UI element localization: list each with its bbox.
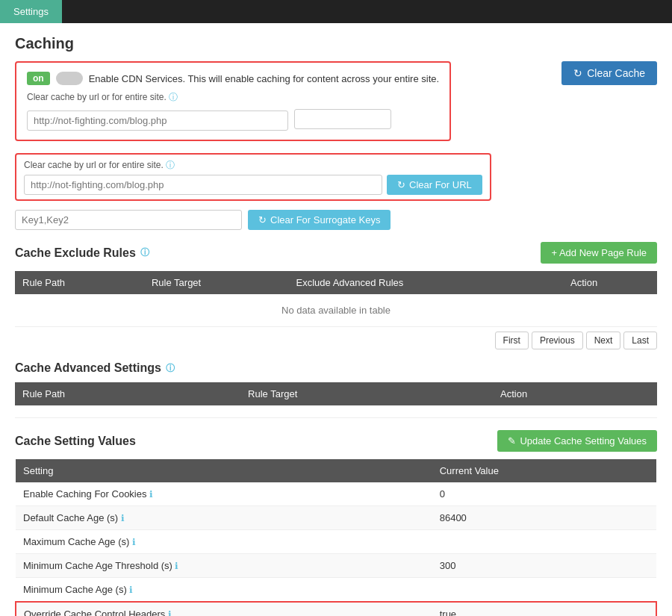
setting-info-icon[interactable]: ℹ [118, 513, 124, 523]
cdn-description: Enable CDN Services. This will enable ca… [89, 73, 439, 84]
col-action: Action [563, 271, 657, 294]
clear-cache-label: Clear Cache [587, 67, 645, 79]
add-page-rule-label: + Add New Page Rule [551, 247, 647, 258]
caching-title: Caching [15, 35, 657, 52]
toggle-slider[interactable] [56, 72, 83, 85]
update-cache-setting-btn[interactable]: ✎ Update Cache Setting Values [497, 430, 657, 452]
cache-setting-values-section: Cache Setting Values ✎ Update Cache Sett… [15, 430, 657, 616]
advanced-empty-row [15, 405, 657, 418]
settings-values-title: Cache Setting Values [15, 435, 136, 448]
surrogate-input[interactable] [15, 210, 242, 230]
cache-advanced-table: Rule Path Rule Target Action [15, 382, 657, 418]
setting-info-icon[interactable]: ℹ [129, 537, 135, 547]
setting-info-icon[interactable]: ℹ [146, 489, 152, 500]
clear-cache-url-info-icon[interactable]: ⓘ [169, 92, 178, 102]
cache-advanced-info-icon[interactable]: ⓘ [166, 362, 175, 375]
clear-cache-url-info-icon2[interactable]: ⓘ [166, 160, 175, 170]
cache-exclude-info-icon[interactable]: ⓘ [140, 246, 149, 259]
table-row: Override Cache Control Headers ℹtrue [16, 602, 656, 616]
cache-exclude-rules-table: Rule Path Rule Target Exclude Advanced R… [15, 271, 657, 327]
clear-for-url-button[interactable]: ↻ Clear For URL [387, 175, 482, 195]
cdn-toggle[interactable]: on [27, 72, 50, 85]
col-exclude-advanced: Exclude Advanced Rules [288, 271, 563, 294]
next-btn[interactable]: Next [586, 332, 621, 349]
table-row: Enable Caching For Cookies ℹ0 [16, 482, 656, 506]
setting-name: Enable Caching For Cookies ℹ [16, 482, 432, 506]
setting-value: 300 [432, 554, 656, 578]
last-btn[interactable]: Last [623, 332, 657, 349]
clear-for-url-label: Clear For URL [409, 179, 472, 190]
cache-advanced-settings-title: Cache Advanced Settings ⓘ [15, 361, 175, 375]
table-row: Default Cache Age (s) ℹ86400 [16, 506, 656, 530]
setting-info-icon[interactable]: ℹ [127, 585, 133, 595]
refresh-icon2: ↻ [397, 179, 405, 190]
clear-surrogate-label: Clear For Surrogate Keys [270, 214, 380, 225]
setting-name: Minimum Cache Age Threshold (s) ℹ [16, 554, 432, 578]
clear-cache-url-label2: Clear cache by url or for entire site. [24, 160, 164, 170]
cache-exclude-rules-header: Cache Exclude Rules ⓘ + Add New Page Rul… [15, 242, 657, 264]
setting-value: 86400 [432, 506, 656, 530]
cache-exclude-rules-title: Cache Exclude Rules ⓘ [15, 246, 149, 260]
setting-value: true [432, 602, 656, 616]
adv-col-rule-path: Rule Path [15, 382, 240, 405]
setting-info-icon[interactable]: ℹ [165, 609, 171, 616]
first-btn[interactable]: First [495, 332, 529, 349]
setting-value [432, 530, 656, 554]
clear-cache-url-label: Clear cache by url or for entire site. [27, 92, 167, 102]
table-row: Minimum Cache Age (s) ℹ [16, 578, 656, 603]
adv-col-rule-target: Rule Target [240, 382, 493, 405]
adv-col-action: Action [493, 382, 657, 405]
refresh-icon: ↻ [573, 67, 582, 79]
clear-cache-button[interactable]: ↻ Clear Cache [561, 61, 657, 85]
cdn-box: on Enable CDN Services. This will enable… [15, 61, 451, 141]
setting-value: 0 [432, 482, 656, 506]
add-page-rule-button[interactable]: + Add New Page Rule [541, 242, 657, 264]
update-cache-label: Update Cache Setting Values [520, 435, 647, 447]
setting-name: Override Cache Control Headers ℹ [16, 602, 432, 616]
cache-advanced-table-wrap: Rule Path Rule Target Action [15, 382, 657, 418]
cache-advanced-settings-header: Cache Advanced Settings ⓘ [15, 361, 657, 375]
previous-btn[interactable]: Previous [532, 332, 583, 349]
no-data-row: No data available in table [15, 294, 657, 327]
top-nav: Settings [0, 0, 672, 23]
table-row: Minimum Cache Age Threshold (s) ℹ300 [16, 554, 656, 578]
setting-info-icon[interactable]: ℹ [172, 561, 178, 571]
setting-name: Default Cache Age (s) ℹ [16, 506, 432, 530]
no-data-cell: No data available in table [15, 294, 657, 327]
settings-values-table: Setting Current Value Enable Caching For… [15, 459, 657, 616]
table-row: Maximum Cache Age (s) ℹ [16, 530, 656, 554]
refresh-icon3: ↻ [258, 214, 267, 225]
setting-name: Maximum Cache Age (s) ℹ [16, 530, 432, 554]
url-input[interactable] [27, 111, 288, 131]
pagination: First Previous Next Last [15, 332, 657, 349]
settings-tab[interactable]: Settings [0, 0, 62, 23]
settings-values-header: Cache Setting Values ✎ Update Cache Sett… [15, 430, 657, 452]
pencil-icon: ✎ [508, 435, 516, 447]
settings-col-value: Current Value [432, 459, 656, 482]
col-rule-target: Rule Target [144, 271, 289, 294]
setting-value [432, 578, 656, 603]
setting-name: Minimum Cache Age (s) ℹ [16, 578, 432, 603]
col-rule-path: Rule Path [15, 271, 144, 294]
url-input-wide[interactable] [294, 109, 391, 129]
url-clear-input[interactable] [24, 175, 382, 195]
settings-col-setting: Setting [16, 459, 432, 482]
clear-surrogate-button[interactable]: ↻ Clear For Surrogate Keys [248, 210, 391, 230]
